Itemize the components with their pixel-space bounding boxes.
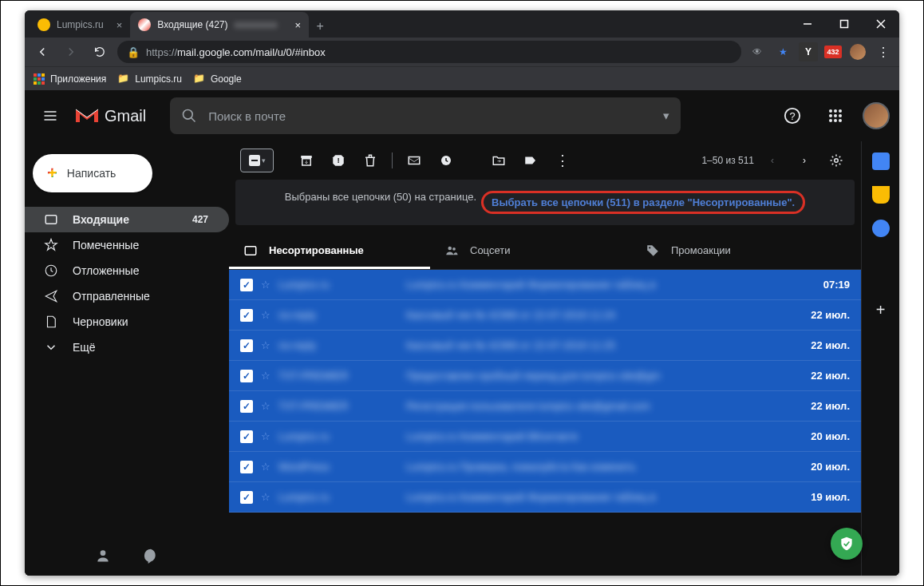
address-bar[interactable]: 🔒 https://mail.google.com/mail/u/0/#inbo… [117,41,741,63]
row-checkbox[interactable]: ✓ [240,309,253,322]
mail-row[interactable]: ✓☆Lumpics ruLumpics.ru Комментарий Форма… [229,270,861,300]
apps-bookmark[interactable]: Приложения [33,73,106,85]
lock-icon: 🔒 [127,46,140,58]
adblock-badge-icon[interactable]: 432 [824,46,842,58]
bookmark-folder-lumpics[interactable]: 📁 Lumpics.ru [117,73,182,85]
prev-page-button[interactable]: ‹ [759,147,786,174]
mail-sender: Lumpics ru [278,430,398,442]
compose-button[interactable]: + Написать [33,154,152,192]
snooze-button[interactable] [432,147,460,174]
support-button[interactable]: ? [776,100,808,132]
gmail-m-icon [74,106,100,125]
gmail-header: Gmail Поиск в почте ▾ ? [25,90,899,141]
mail-subject: Кассовый чек № 42368 от 22-07-2019 11:24 [406,309,786,321]
person-icon[interactable] [95,548,111,567]
star-icon[interactable]: ☆ [261,491,270,503]
svg-rect-8 [38,77,41,81]
row-checkbox[interactable]: ✓ [240,400,253,413]
account-avatar[interactable] [863,102,890,129]
tab-primary[interactable]: Несортированные [229,232,430,269]
reload-button[interactable] [89,41,111,63]
keep-icon[interactable] [872,186,890,204]
back-button[interactable] [31,41,53,63]
mail-row[interactable]: ✓☆TXT-PREMIERРегистрация пользователя lu… [229,391,861,422]
mail-row[interactable]: ✓☆Lumpics ruLumpics.ru Комментарий ВКонт… [229,422,861,452]
sidebar-item-sent[interactable]: Отправленные [25,283,229,309]
sidebar-item-more[interactable]: Ещё [25,335,229,360]
minimize-button[interactable] [789,10,826,38]
svg-rect-4 [34,73,37,77]
sidebar-item-label: Помеченные [73,239,139,251]
shield-fab-icon[interactable] [831,528,863,560]
mail-row[interactable]: ✓☆Lumpics ruLumpics.ru Комментарий Форма… [229,482,861,513]
sidebar-item-label: Отправленные [73,290,150,303]
browser-tab-lumpics[interactable]: Lumpics.ru × [30,12,130,38]
svg-point-25 [839,119,842,122]
tab-social[interactable]: Соцсети [430,232,631,269]
star-icon[interactable]: ☆ [261,339,270,351]
browser-tab-gmail[interactable]: Входящие (427) xxxxxxxxx × [130,12,309,38]
sidebar-item-starred[interactable]: Помеченные [25,232,229,258]
eye-extension-icon[interactable]: 👁 [748,42,767,61]
archive-button[interactable] [293,147,320,174]
calendar-icon[interactable] [872,152,890,170]
forward-button[interactable] [60,41,82,63]
settings-button[interactable] [823,147,850,174]
mail-row[interactable]: ✓☆no-replyКассовый чек № 42369 от 22-07-… [229,331,861,361]
search-bar[interactable]: Поиск в почте ▾ [170,97,681,134]
new-tab-button[interactable]: + [309,15,331,38]
hangouts-icon[interactable] [143,548,159,567]
add-addon-button[interactable]: + [876,301,886,319]
profile-avatar-icon[interactable] [848,42,867,61]
star-icon[interactable]: ☆ [261,309,270,321]
more-actions-button[interactable]: ⋮ [549,147,576,174]
star-icon[interactable]: ☆ [261,400,270,412]
tab-title: Входящие (427) [157,19,227,30]
browser-menu-button[interactable]: ⋮ [874,42,893,61]
yandex-extension-icon[interactable]: Y [799,42,818,61]
row-checkbox[interactable]: ✓ [240,370,253,382]
tasks-icon[interactable] [872,220,890,237]
row-checkbox[interactable]: ✓ [240,461,253,473]
search-options-icon[interactable]: ▾ [663,109,669,123]
mark-read-button[interactable] [401,147,428,174]
star-icon[interactable]: ☆ [261,279,270,291]
move-to-button[interactable] [485,147,512,174]
tab-promotions[interactable]: Промоакции [631,232,832,269]
sidebar-item-drafts[interactable]: Черновики [25,309,229,335]
close-icon[interactable]: × [295,19,302,31]
row-checkbox[interactable]: ✓ [240,339,253,352]
labels-button[interactable] [517,147,544,174]
star-icon[interactable]: ☆ [261,370,270,382]
close-button[interactable] [863,10,899,38]
select-all-link[interactable]: Выбрать все цепочки (511) в разделе "Нес… [481,191,805,214]
row-checkbox[interactable]: ✓ [240,279,253,291]
bookmark-folder-google[interactable]: 📁 Google [193,73,242,85]
delete-button[interactable] [357,147,384,174]
google-apps-button[interactable] [819,100,851,132]
star-icon[interactable]: ☆ [261,430,270,442]
mail-date: 22 июл. [794,370,850,382]
svg-rect-35 [245,246,256,255]
svg-point-34 [835,159,839,163]
svg-point-13 [184,110,193,120]
mail-sender: TXT-PREMIER [278,370,398,382]
mail-subject: Lumpics.ru Комментарий Форматирование та… [406,491,786,503]
mail-row[interactable]: ✓☆no-replyКассовый чек № 42368 от 22-07-… [229,300,861,331]
row-checkbox[interactable]: ✓ [240,491,253,504]
gmail-logo[interactable]: Gmail [74,106,146,125]
next-page-button[interactable]: › [791,147,818,174]
sidebar-item-snoozed[interactable]: Отложенные [25,258,229,283]
sidebar-item-inbox[interactable]: Входящие 427 [25,207,229,232]
star-bookmark-icon[interactable]: ★ [773,42,792,61]
close-icon[interactable]: × [116,19,123,31]
send-icon [44,289,58,303]
report-spam-button[interactable]: ! [325,147,352,174]
select-all-checkbox[interactable]: ▾ [240,148,274,172]
mail-row[interactable]: ✓☆WordPressLumpics.ru Проверка, пожалуйс… [229,452,861,482]
mail-row[interactable]: ✓☆TXT-PREMIERПредоставлен пробный период… [229,361,861,391]
star-icon[interactable]: ☆ [261,461,270,473]
maximize-button[interactable] [826,10,863,38]
main-menu-button[interactable] [34,100,66,132]
row-checkbox[interactable]: ✓ [240,430,253,443]
